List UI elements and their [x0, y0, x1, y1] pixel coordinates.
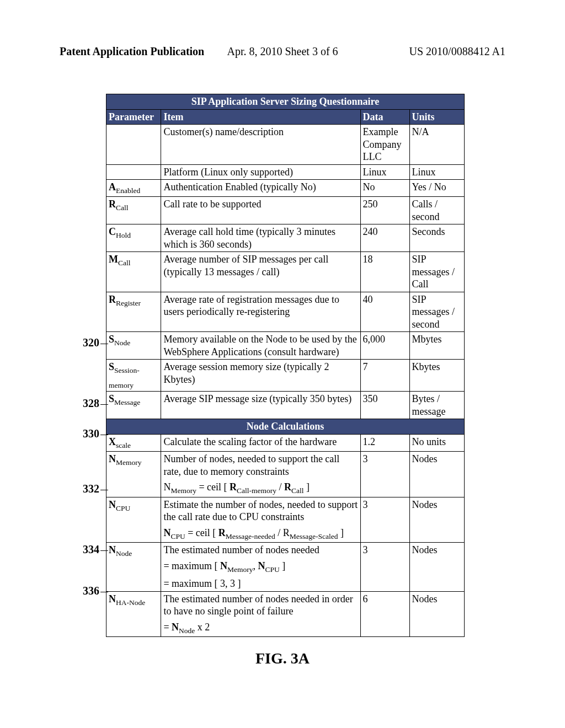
callout-332: 332 — [83, 483, 108, 495]
sizing-questionnaire-table: SIP Application Server Sizing Questionna… — [106, 94, 465, 637]
formula-nnode-2: = maximum [ 3, 3 ] — [163, 577, 358, 590]
formula-nha: = NNode x 2 — [163, 621, 358, 635]
table-row: Xscale Calculate the scaling factor of t… — [106, 434, 465, 451]
table-row: Customer(s) name/description Example Com… — [106, 125, 465, 165]
callout-320: 320 — [83, 336, 108, 349]
table-row: SNode Memory available on the Node to be… — [106, 332, 465, 360]
publication-label: Patent Application Publication — [60, 45, 204, 58]
callout-328: 328 — [83, 397, 108, 410]
callout-330: 330 — [83, 427, 108, 440]
col-parameter: Parameter — [106, 109, 161, 125]
table-row: NHA-Node The estimated number of nodes n… — [106, 591, 465, 636]
table-title: SIP Application Server Sizing Questionna… — [106, 94, 465, 110]
formula-ncpu: NCPU = ceil [ RMessage-needed / RMessage… — [163, 527, 358, 541]
table-row: MCall Average number of SIP messages per… — [106, 252, 465, 292]
table-row: RRegister Average rate of registration m… — [106, 292, 465, 332]
table-row: RCall Call rate to be supported 250 Call… — [106, 197, 465, 224]
table-row: SSession-memory Average session memory s… — [106, 360, 465, 392]
table-row: NMemory Number of nodes, needed to suppo… — [106, 452, 465, 497]
callout-336: 336 — [83, 585, 108, 597]
table-row: AEnabled Authentication Enabled (typical… — [106, 180, 465, 197]
publication-number: US 2010/0088412 A1 — [409, 45, 505, 58]
formula-nnode-1: = maximum [ NMemory, NCPU ] — [163, 560, 358, 574]
formula-nmemory: NMemory = ceil [ RCall-memory / RCall ] — [163, 481, 358, 495]
col-units: Units — [409, 109, 464, 125]
table-row: NNode The estimated number of nodes need… — [106, 543, 465, 591]
table-row: SMessage Average SIP message size (typic… — [106, 392, 465, 419]
section-node-calculations: Node Calculations — [106, 419, 465, 435]
table-row: NCPU Estimate the number of nodes, neede… — [106, 497, 465, 542]
col-data: Data — [360, 109, 409, 125]
figure-label: FIG. 3A — [0, 650, 565, 667]
date-sheet: Apr. 8, 2010 Sheet 3 of 6 — [227, 45, 338, 58]
col-item: Item — [161, 109, 360, 125]
table-row: Platform (Linux only supported) Linux Li… — [106, 164, 465, 180]
sizing-table: SIP Application Server Sizing Questionna… — [106, 94, 465, 637]
callout-334: 334 — [83, 543, 108, 556]
table-row: CHold Average call hold time (typically … — [106, 224, 465, 252]
